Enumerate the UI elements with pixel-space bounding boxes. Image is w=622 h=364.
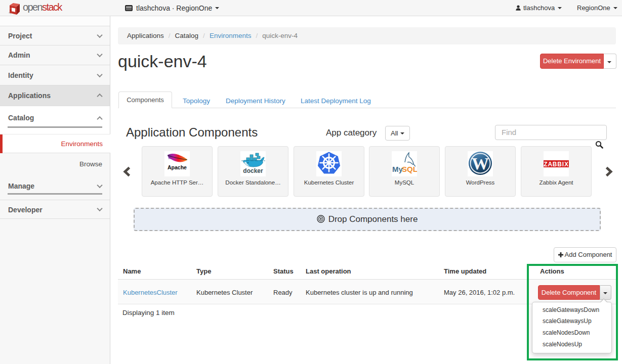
svg-text:..: .. xyxy=(414,170,416,172)
svg-text:Apache: Apache xyxy=(168,164,187,170)
svg-text:ZABBIX: ZABBIX xyxy=(544,161,568,168)
svg-text:W: W xyxy=(472,154,489,173)
svg-text:docker: docker xyxy=(243,167,263,174)
